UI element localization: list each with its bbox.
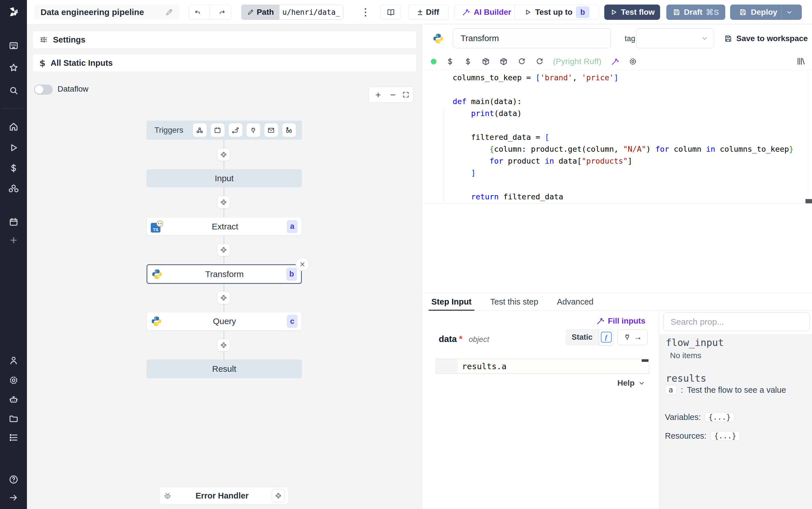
- test-up-to-button[interactable]: Test up to b: [514, 4, 599, 20]
- edit-pencil-icon[interactable]: [165, 8, 173, 16]
- save-to-workspace-button[interactable]: Save to workspace: [724, 24, 808, 53]
- sidebar-expand[interactable]: [0, 489, 27, 506]
- ai-builder-button[interactable]: AI Builder: [454, 4, 519, 20]
- path-value[interactable]: u/henri/data_: [280, 5, 343, 20]
- flow-settings-row[interactable]: Settings: [32, 31, 417, 49]
- webhook-trigger-button[interactable]: [193, 123, 207, 137]
- static-mode-option[interactable]: Static: [565, 333, 599, 342]
- remove-step-button[interactable]: [296, 258, 309, 271]
- error-handler-node[interactable]: Error Handler: [159, 487, 289, 505]
- poll-trigger-button[interactable]: [282, 123, 296, 137]
- diff-button[interactable]: ± Diff: [408, 4, 449, 20]
- add-step-button[interactable]: [217, 196, 230, 209]
- dot: [365, 12, 366, 13]
- chevron-down-icon[interactable]: [786, 8, 793, 16]
- add-step-button[interactable]: [217, 148, 230, 161]
- step-name-input[interactable]: Transform: [453, 28, 611, 48]
- package-button[interactable]: [482, 57, 490, 66]
- connect-input-button[interactable]: →: [617, 329, 648, 345]
- variables-row[interactable]: Variables: {...}: [665, 412, 734, 422]
- result-key-chip[interactable]: a: [665, 385, 677, 395]
- resources-chip[interactable]: {...}: [710, 431, 740, 441]
- divider: [781, 4, 782, 20]
- reload-button[interactable]: [535, 57, 544, 66]
- variables-button[interactable]: [446, 57, 454, 66]
- all-static-inputs-row[interactable]: $ All Static Inputs: [32, 54, 417, 72]
- sidebar-item-search[interactable]: [0, 82, 27, 99]
- editor-settings-button[interactable]: [629, 57, 637, 66]
- fit-view-button[interactable]: [402, 91, 410, 98]
- zoom-out-button[interactable]: −: [387, 90, 399, 100]
- sidebar-item-favorites[interactable]: [0, 60, 27, 76]
- editor-scrollbar[interactable]: [806, 199, 812, 203]
- sidebar-item-logs[interactable]: [0, 429, 27, 446]
- result-node[interactable]: Result: [147, 360, 302, 378]
- sidebar-item-schedules[interactable]: [0, 214, 27, 230]
- javascript-mode-option[interactable]: f: [599, 329, 614, 345]
- dot: [365, 8, 366, 10]
- add-step-button[interactable]: [217, 291, 230, 304]
- dollar-icon: $: [39, 58, 46, 68]
- sidebar-item-users[interactable]: [0, 352, 27, 369]
- http-route-trigger-button[interactable]: [229, 123, 242, 137]
- windmill-flow-editor: Data engineering pipeline: [0, 0, 812, 509]
- zoom-in-button[interactable]: +: [372, 90, 384, 100]
- flow-input-section[interactable]: flow_input: [666, 337, 724, 348]
- draft-button[interactable]: Draft ⌘S: [666, 4, 725, 20]
- add-step-button[interactable]: [217, 339, 230, 352]
- input-node[interactable]: Input: [147, 169, 302, 187]
- triggers-node[interactable]: Triggers: [147, 121, 302, 140]
- sidebar-item-help[interactable]: [0, 471, 27, 488]
- draft-shortcut: ⌘S: [706, 8, 719, 17]
- tag-select[interactable]: [636, 28, 714, 48]
- windmill-logo-icon: [7, 6, 20, 19]
- extract-node[interactable]: TS Extract a: [147, 217, 302, 236]
- websocket-trigger-button[interactable]: [247, 123, 260, 137]
- undo-button[interactable]: [189, 5, 206, 20]
- deploy-button[interactable]: Deploy: [730, 4, 802, 20]
- sidebar-item-resources[interactable]: [0, 180, 27, 197]
- save-to-workspace-label: Save to workspace: [736, 34, 808, 43]
- sidebar-item-runs[interactable]: [0, 139, 27, 156]
- path-button[interactable]: Path u/henri/data_: [241, 4, 343, 20]
- dataflow-toggle[interactable]: [34, 84, 53, 95]
- reload-button[interactable]: [517, 57, 526, 66]
- sidebar-item-home[interactable]: [0, 118, 27, 135]
- sidebar-item-workers[interactable]: [0, 391, 27, 408]
- docs-button[interactable]: [381, 4, 401, 20]
- sidebar-item-folders[interactable]: [0, 411, 27, 427]
- email-trigger-button[interactable]: [264, 123, 278, 137]
- windmill-logo[interactable]: [0, 0, 27, 24]
- sidebar-item-workspace[interactable]: [0, 37, 27, 54]
- results-section[interactable]: results: [666, 373, 706, 384]
- library-button[interactable]: [796, 57, 805, 66]
- code-editor[interactable]: columns_to_keep = ['brand', 'price'] def…: [422, 70, 812, 204]
- variables-chip[interactable]: {...}: [705, 412, 734, 422]
- tab-test-this-step[interactable]: Test this step: [490, 293, 538, 310]
- resources-row[interactable]: Resources: {...}: [665, 431, 740, 441]
- tab-advanced[interactable]: Advanced: [557, 293, 593, 310]
- sidebar-item-settings[interactable]: [0, 372, 27, 388]
- test-flow-button[interactable]: Test flow: [604, 4, 660, 20]
- fill-inputs-button[interactable]: Fill inputs: [596, 316, 645, 326]
- more-menu-button[interactable]: [357, 4, 373, 20]
- add-step-button[interactable]: [217, 243, 230, 256]
- query-node[interactable]: Query c: [147, 312, 302, 331]
- resources-button[interactable]: [464, 57, 472, 66]
- deploy-label: Deploy: [751, 8, 777, 17]
- result-a-row[interactable]: a : Test the flow to see a value: [665, 385, 786, 395]
- redo-button[interactable]: [213, 5, 231, 20]
- ai-assist-button[interactable]: [611, 57, 619, 66]
- sidebar-item-variables[interactable]: [0, 160, 27, 176]
- test-up-to-label: Test up to: [535, 8, 573, 17]
- schedule-trigger-button[interactable]: [211, 123, 224, 137]
- help-button[interactable]: Help: [617, 379, 645, 387]
- flow-title-pill[interactable]: Data engineering pipeline: [34, 4, 179, 20]
- transform-node[interactable]: Transform b: [147, 264, 302, 284]
- search-prop-input[interactable]: Search prop...: [663, 312, 810, 331]
- sidebar-item-add[interactable]: [0, 232, 27, 248]
- tab-step-input[interactable]: Step Input: [431, 293, 472, 310]
- package-button[interactable]: [500, 57, 508, 66]
- add-error-handler-button[interactable]: [272, 489, 285, 502]
- expression-input[interactable]: results.a: [436, 359, 649, 374]
